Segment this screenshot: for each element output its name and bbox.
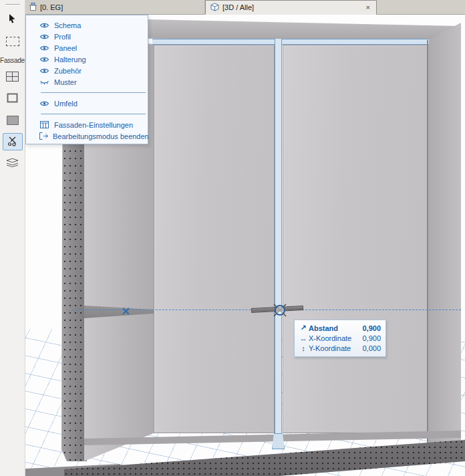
eye-icon (39, 68, 49, 74)
glass-panel-left (154, 45, 275, 433)
glass-panel-right (283, 45, 428, 433)
selected-center-mullion (275, 39, 282, 445)
tab-close-icon[interactable]: × (365, 3, 371, 11)
context-menu: Schema Profil Paneel Halterung Zubehör (25, 15, 148, 144)
tab-3d-view[interactable]: [3D / Alle] × (205, 0, 377, 15)
tracker-distance-value: 0,900 (362, 324, 381, 332)
scissors-icon (7, 136, 19, 148)
marquee-icon (6, 37, 19, 46)
eye-icon (39, 100, 49, 107)
frame-icon (7, 93, 18, 105)
toolbar-grip[interactable] (5, 4, 20, 5)
facade-right-edge (427, 40, 428, 444)
menu-item-fassaden-einstellungen[interactable]: Fassaden-Einstellungen (26, 119, 148, 130)
eye-icon (39, 33, 49, 40)
tracker-row-distance: ↗ Abstand 0,900 (298, 323, 381, 333)
eye-icon (39, 56, 49, 63)
y-coordinate-icon: ↕ (298, 344, 309, 352)
menu-item-label: Bearbeitungsmodus beenden (53, 132, 149, 140)
center-mullion-foot (272, 433, 285, 449)
menu-item-label: Fassaden-Einstellungen (54, 121, 133, 129)
snap-x-marker (122, 306, 130, 318)
tracker-row-x: ↔ X-Koordinate 0,900 (298, 333, 381, 343)
menu-separator (41, 114, 146, 114)
fill-icon (7, 116, 19, 125)
marquee-tool-button[interactable] (3, 33, 23, 50)
menu-item-label: Umfeld (54, 100, 78, 108)
eye-icon (39, 45, 49, 51)
tracker-x-value: 0,900 (362, 334, 381, 342)
tracker-tooltip: ↗ Abstand 0,900 ↔ X-Koordinate 0,900 ↕ Y… (294, 320, 386, 357)
menu-item-label: Profil (54, 33, 71, 41)
layers-tool-button[interactable] (3, 154, 23, 172)
pointer-tool-button[interactable] (3, 11, 23, 29)
tracker-y-value: 0,000 (362, 344, 381, 352)
eye-icon (39, 22, 49, 29)
layers-icon (6, 158, 19, 169)
panel-grid-icon (6, 72, 19, 84)
left-toolbar: Fassade (0, 0, 25, 476)
tab-bar: [0. EG] [3D / Alle] × (25, 0, 465, 15)
toolbar-section-label: Fassade (0, 57, 25, 64)
menu-item-label: Zubehör (54, 67, 82, 75)
story-icon (29, 3, 37, 13)
tracker-x-label: X-Koordinate (309, 334, 362, 342)
crosshair-cursor (269, 299, 291, 324)
x-coordinate-icon: ↔ (298, 334, 309, 342)
tab-3d-label: [3D / Alle] (222, 3, 254, 11)
menu-item-bearbeitungsmodus-beenden[interactable]: Bearbeitungsmodus beenden (26, 130, 148, 142)
tracker-row-y: ↕ Y-Koordinate 0,000 (298, 343, 381, 353)
panel-grid-tool-button[interactable] (3, 69, 23, 86)
exit-icon (39, 132, 48, 140)
menu-item-label: Paneel (54, 44, 77, 52)
cube-3d-icon (210, 3, 219, 13)
tracker-y-label: Y-Koordinate (309, 344, 362, 352)
tab-floor-plan[interactable]: [0. EG] (25, 0, 205, 15)
eye-closed-icon (39, 79, 49, 86)
frame-tool-button[interactable] (3, 90, 23, 108)
fill-tool-button[interactable] (3, 112, 23, 129)
settings-table-icon (39, 121, 49, 128)
menu-item-schema[interactable]: Schema (26, 19, 148, 31)
menu-item-profil[interactable]: Profil (26, 31, 148, 42)
distance-icon: ↗ (298, 324, 309, 332)
tab-floor-plan-label: [0. EG] (40, 3, 63, 11)
menu-separator (41, 92, 146, 93)
menu-item-label: Schema (54, 21, 81, 29)
selected-top-transom (152, 39, 429, 45)
menu-item-umfeld[interactable]: Umfeld (26, 98, 148, 109)
tracker-distance-label: Abstand (309, 324, 362, 332)
menu-item-label: Muster (54, 78, 77, 86)
menu-item-zubehoer[interactable]: Zubehör (26, 65, 148, 76)
pointer-icon (7, 13, 17, 27)
menu-item-label: Halterung (54, 55, 86, 64)
cut-tool-button[interactable] (3, 133, 23, 150)
menu-item-muster[interactable]: Muster (26, 76, 148, 88)
menu-item-paneel[interactable]: Paneel (26, 42, 148, 53)
facade-right-return (428, 23, 461, 459)
menu-item-halterung[interactable]: Halterung (26, 53, 148, 65)
